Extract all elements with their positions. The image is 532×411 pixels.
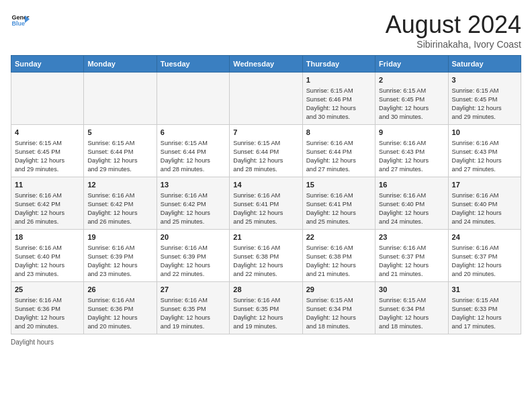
day-info: Sunrise: 6:16 AM Sunset: 6:35 PM Dayligh… <box>161 296 226 331</box>
day-number: 11 <box>15 180 80 190</box>
day-info: Sunrise: 6:16 AM Sunset: 6:42 PM Dayligh… <box>87 191 152 226</box>
day-info: Sunrise: 6:15 AM Sunset: 6:33 PM Dayligh… <box>452 296 517 331</box>
logo-icon: General Blue <box>11 11 30 30</box>
calendar-day-header: Monday <box>84 56 157 73</box>
calendar-header-row: SundayMondayTuesdayWednesdayThursdayFrid… <box>11 56 521 73</box>
calendar-body: 1Sunrise: 6:15 AM Sunset: 6:46 PM Daylig… <box>11 73 521 334</box>
calendar-day-cell: 18Sunrise: 6:16 AM Sunset: 6:40 PM Dayli… <box>11 230 84 282</box>
day-number: 13 <box>161 180 226 190</box>
day-number: 18 <box>15 232 80 242</box>
day-number: 24 <box>452 232 517 242</box>
day-number: 2 <box>379 75 444 85</box>
day-info: Sunrise: 6:15 AM Sunset: 6:44 PM Dayligh… <box>87 139 152 174</box>
day-number: 12 <box>87 180 152 190</box>
calendar-day-cell: 20Sunrise: 6:16 AM Sunset: 6:39 PM Dayli… <box>157 230 229 282</box>
day-number: 25 <box>15 285 80 295</box>
calendar-day-cell: 6Sunrise: 6:15 AM Sunset: 6:44 PM Daylig… <box>157 125 229 177</box>
day-number: 16 <box>379 180 444 190</box>
calendar-day-cell: 7Sunrise: 6:15 AM Sunset: 6:44 PM Daylig… <box>230 125 302 177</box>
day-info: Sunrise: 6:16 AM Sunset: 6:37 PM Dayligh… <box>379 244 444 279</box>
day-info: Sunrise: 6:16 AM Sunset: 6:38 PM Dayligh… <box>233 244 298 279</box>
calendar-week-row: 11Sunrise: 6:16 AM Sunset: 6:42 PM Dayli… <box>11 177 521 230</box>
day-info: Sunrise: 6:16 AM Sunset: 6:35 PM Dayligh… <box>233 296 298 331</box>
calendar-day-cell: 8Sunrise: 6:16 AM Sunset: 6:44 PM Daylig… <box>302 125 375 177</box>
day-number: 30 <box>379 285 444 295</box>
calendar-day-header: Tuesday <box>157 56 229 73</box>
calendar-day-header: Friday <box>375 56 448 73</box>
day-info: Sunrise: 6:16 AM Sunset: 6:40 PM Dayligh… <box>452 191 517 226</box>
page-header: General Blue August 2024 Sibirinakaha, I… <box>11 11 521 50</box>
day-number: 20 <box>161 232 226 242</box>
calendar-day-cell: 31Sunrise: 6:15 AM Sunset: 6:33 PM Dayli… <box>448 282 521 334</box>
month-title: August 2024 <box>386 11 521 39</box>
calendar-day-cell: 5Sunrise: 6:15 AM Sunset: 6:44 PM Daylig… <box>84 125 157 177</box>
day-number: 14 <box>233 180 298 190</box>
calendar-day-cell: 9Sunrise: 6:16 AM Sunset: 6:43 PM Daylig… <box>375 125 448 177</box>
calendar-day-cell <box>11 73 84 125</box>
calendar-day-cell: 28Sunrise: 6:16 AM Sunset: 6:35 PM Dayli… <box>230 282 302 334</box>
day-number: 5 <box>87 128 152 138</box>
calendar-day-cell: 2Sunrise: 6:15 AM Sunset: 6:45 PM Daylig… <box>375 73 448 125</box>
day-info: Sunrise: 6:16 AM Sunset: 6:36 PM Dayligh… <box>15 296 80 331</box>
day-number: 8 <box>306 128 371 138</box>
calendar-day-cell: 26Sunrise: 6:16 AM Sunset: 6:36 PM Dayli… <box>84 282 157 334</box>
location: Sibirinakaha, Ivory Coast <box>386 39 521 50</box>
calendar-day-header: Wednesday <box>230 56 302 73</box>
day-info: Sunrise: 6:16 AM Sunset: 6:36 PM Dayligh… <box>87 296 152 331</box>
calendar-day-cell: 11Sunrise: 6:16 AM Sunset: 6:42 PM Dayli… <box>11 177 84 230</box>
calendar-week-row: 1Sunrise: 6:15 AM Sunset: 6:46 PM Daylig… <box>11 73 521 125</box>
calendar-day-cell: 15Sunrise: 6:16 AM Sunset: 6:41 PM Dayli… <box>302 177 375 230</box>
day-number: 10 <box>452 128 517 138</box>
day-number: 31 <box>452 285 517 295</box>
day-number: 1 <box>306 75 371 85</box>
day-number: 29 <box>306 285 371 295</box>
calendar-day-cell: 21Sunrise: 6:16 AM Sunset: 6:38 PM Dayli… <box>230 230 302 282</box>
day-info: Sunrise: 6:16 AM Sunset: 6:39 PM Dayligh… <box>87 244 152 279</box>
calendar-day-cell: 16Sunrise: 6:16 AM Sunset: 6:40 PM Dayli… <box>375 177 448 230</box>
day-info: Sunrise: 6:15 AM Sunset: 6:34 PM Dayligh… <box>379 296 444 331</box>
legend: Daylight hours <box>11 338 521 346</box>
day-info: Sunrise: 6:16 AM Sunset: 6:42 PM Dayligh… <box>15 191 80 226</box>
day-info: Sunrise: 6:16 AM Sunset: 6:41 PM Dayligh… <box>306 191 371 226</box>
day-info: Sunrise: 6:15 AM Sunset: 6:45 PM Dayligh… <box>379 87 444 122</box>
calendar-day-cell: 27Sunrise: 6:16 AM Sunset: 6:35 PM Dayli… <box>157 282 229 334</box>
calendar-day-cell: 19Sunrise: 6:16 AM Sunset: 6:39 PM Dayli… <box>84 230 157 282</box>
calendar-day-cell: 29Sunrise: 6:15 AM Sunset: 6:34 PM Dayli… <box>302 282 375 334</box>
calendar-day-cell: 12Sunrise: 6:16 AM Sunset: 6:42 PM Dayli… <box>84 177 157 230</box>
calendar-day-cell: 3Sunrise: 6:15 AM Sunset: 6:45 PM Daylig… <box>448 73 521 125</box>
day-info: Sunrise: 6:15 AM Sunset: 6:46 PM Dayligh… <box>306 87 371 122</box>
day-info: Sunrise: 6:15 AM Sunset: 6:34 PM Dayligh… <box>306 296 371 331</box>
day-info: Sunrise: 6:16 AM Sunset: 6:44 PM Dayligh… <box>306 139 371 174</box>
calendar-day-header: Saturday <box>448 56 521 73</box>
day-info: Sunrise: 6:15 AM Sunset: 6:44 PM Dayligh… <box>161 139 226 174</box>
calendar-day-cell: 13Sunrise: 6:16 AM Sunset: 6:42 PM Dayli… <box>157 177 229 230</box>
calendar-day-cell: 22Sunrise: 6:16 AM Sunset: 6:38 PM Dayli… <box>302 230 375 282</box>
day-info: Sunrise: 6:15 AM Sunset: 6:44 PM Dayligh… <box>233 139 298 174</box>
day-info: Sunrise: 6:16 AM Sunset: 6:37 PM Dayligh… <box>452 244 517 279</box>
calendar-day-header: Sunday <box>11 56 84 73</box>
calendar-day-cell: 14Sunrise: 6:16 AM Sunset: 6:41 PM Dayli… <box>230 177 302 230</box>
day-info: Sunrise: 6:16 AM Sunset: 6:43 PM Dayligh… <box>379 139 444 174</box>
day-info: Sunrise: 6:16 AM Sunset: 6:40 PM Dayligh… <box>15 244 80 279</box>
day-number: 22 <box>306 232 371 242</box>
calendar-day-header: Thursday <box>302 56 375 73</box>
day-info: Sunrise: 6:16 AM Sunset: 6:39 PM Dayligh… <box>161 244 226 279</box>
calendar-day-cell <box>157 73 229 125</box>
day-number: 17 <box>452 180 517 190</box>
day-number: 26 <box>87 285 152 295</box>
svg-text:Blue: Blue <box>11 20 25 27</box>
day-number: 28 <box>233 285 298 295</box>
calendar-day-cell: 23Sunrise: 6:16 AM Sunset: 6:37 PM Dayli… <box>375 230 448 282</box>
day-number: 23 <box>379 232 444 242</box>
day-number: 3 <box>452 75 517 85</box>
day-number: 19 <box>87 232 152 242</box>
day-number: 6 <box>161 128 226 138</box>
day-info: Sunrise: 6:16 AM Sunset: 6:43 PM Dayligh… <box>452 139 517 174</box>
logo: General Blue <box>11 11 30 30</box>
day-info: Sunrise: 6:15 AM Sunset: 6:45 PM Dayligh… <box>15 139 80 174</box>
day-number: 7 <box>233 128 298 138</box>
calendar-week-row: 25Sunrise: 6:16 AM Sunset: 6:36 PM Dayli… <box>11 282 521 334</box>
day-info: Sunrise: 6:16 AM Sunset: 6:42 PM Dayligh… <box>161 191 226 226</box>
calendar-week-row: 18Sunrise: 6:16 AM Sunset: 6:40 PM Dayli… <box>11 230 521 282</box>
calendar-day-cell: 25Sunrise: 6:16 AM Sunset: 6:36 PM Dayli… <box>11 282 84 334</box>
